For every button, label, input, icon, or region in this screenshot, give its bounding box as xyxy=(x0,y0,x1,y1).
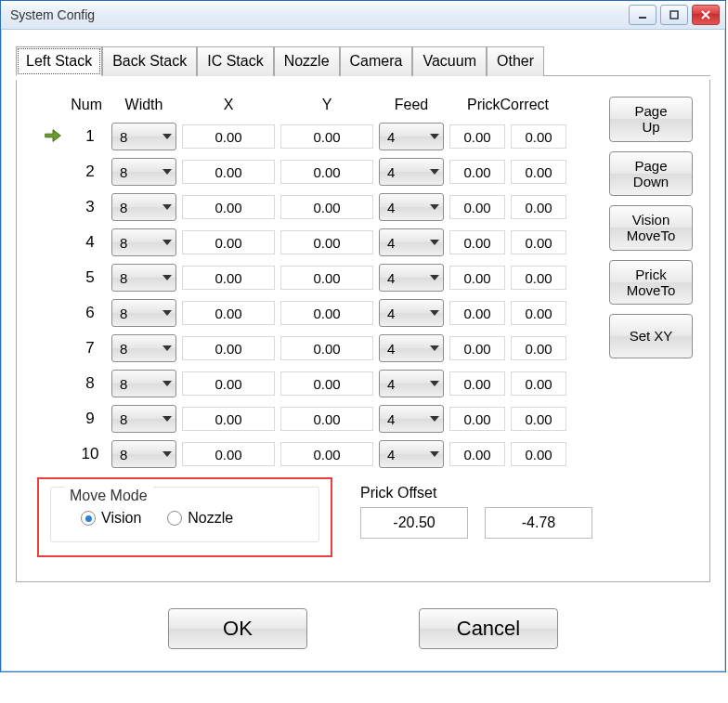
width-dropdown[interactable]: 8 xyxy=(111,299,176,327)
maximize-button[interactable] xyxy=(660,5,688,25)
x-input[interactable] xyxy=(182,124,275,149)
feed-dropdown[interactable]: 4 xyxy=(379,228,444,256)
table-row: 784 xyxy=(37,331,592,366)
tab-back-stack[interactable]: Back Stack xyxy=(102,46,197,76)
page-up-button[interactable]: Page Up xyxy=(609,97,693,142)
x-input[interactable] xyxy=(182,230,275,254)
prickcorrect1-input[interactable] xyxy=(449,230,505,254)
ok-button[interactable]: OK xyxy=(168,608,307,649)
width-dropdown[interactable]: 8 xyxy=(111,123,176,150)
y-input[interactable] xyxy=(280,336,373,360)
y-input[interactable] xyxy=(280,301,373,325)
chevron-down-icon xyxy=(430,169,439,175)
x-input[interactable] xyxy=(182,266,275,290)
col-width: Width xyxy=(111,97,176,113)
prickcorrect2-input[interactable] xyxy=(511,371,566,396)
feed-dropdown[interactable]: 4 xyxy=(379,158,444,186)
row-num: 7 xyxy=(74,339,106,358)
prickcorrect1-input[interactable] xyxy=(449,301,505,325)
window-system-config: System Config Left StackBack StackIC Sta… xyxy=(0,0,726,672)
tab-bar: Left StackBack StackIC StackNozzleCamera… xyxy=(16,46,710,76)
radio-vision[interactable]: Vision xyxy=(81,510,141,527)
minimize-button[interactable] xyxy=(629,5,656,25)
radio-nozzle[interactable]: Nozzle xyxy=(167,510,233,527)
move-mode-legend: Move Mode xyxy=(64,484,153,507)
prickcorrect2-input[interactable] xyxy=(511,230,566,254)
prick-offset-x-input[interactable] xyxy=(360,507,468,539)
row-num: 6 xyxy=(74,304,106,322)
feed-dropdown[interactable]: 4 xyxy=(379,334,444,362)
prickcorrect2-input[interactable] xyxy=(511,336,566,360)
prickcorrect2-input[interactable] xyxy=(511,442,566,466)
prickcorrect1-input[interactable] xyxy=(449,195,505,219)
tab-nozzle[interactable]: Nozzle xyxy=(274,46,340,76)
feed-dropdown[interactable]: 4 xyxy=(379,370,444,397)
tab-ic-stack[interactable]: IC Stack xyxy=(197,46,273,76)
width-dropdown[interactable]: 8 xyxy=(111,193,176,221)
cancel-button[interactable]: Cancel xyxy=(419,608,558,649)
y-input[interactable] xyxy=(280,442,373,466)
feed-dropdown[interactable]: 4 xyxy=(379,193,444,221)
prickcorrect1-input[interactable] xyxy=(449,442,505,466)
x-input[interactable] xyxy=(182,442,275,466)
tab-other[interactable]: Other xyxy=(487,46,544,76)
prick-offset-y-input[interactable] xyxy=(485,507,592,539)
width-dropdown[interactable]: 8 xyxy=(111,440,176,468)
y-input[interactable] xyxy=(280,195,373,219)
x-input[interactable] xyxy=(182,371,275,396)
radio-dot-icon xyxy=(81,511,96,526)
y-input[interactable] xyxy=(280,407,373,431)
width-dropdown[interactable]: 8 xyxy=(111,228,176,256)
feed-dropdown[interactable]: 4 xyxy=(379,405,444,433)
prick-moveto-button[interactable]: Prick MoveTo xyxy=(609,260,693,306)
prickcorrect2-input[interactable] xyxy=(511,124,566,149)
chevron-down-icon xyxy=(430,204,439,210)
x-input[interactable] xyxy=(182,195,275,219)
vision-moveto-button[interactable]: Vision MoveTo xyxy=(609,205,693,251)
prickcorrect2-input[interactable] xyxy=(511,301,566,325)
move-mode-group: Move Mode Vision Nozzle xyxy=(50,487,319,542)
width-dropdown[interactable]: 8 xyxy=(111,370,176,397)
chevron-down-icon xyxy=(430,416,439,422)
prickcorrect2-input[interactable] xyxy=(511,160,566,184)
feed-dropdown[interactable]: 4 xyxy=(379,264,444,292)
width-dropdown[interactable]: 8 xyxy=(111,405,176,433)
x-input[interactable] xyxy=(182,336,275,360)
close-button[interactable] xyxy=(692,5,720,25)
chevron-down-icon xyxy=(430,275,439,280)
y-input[interactable] xyxy=(280,266,373,290)
width-dropdown[interactable]: 8 xyxy=(111,264,176,292)
prickcorrect1-input[interactable] xyxy=(449,266,505,290)
y-input[interactable] xyxy=(280,160,373,184)
tab-left-stack[interactable]: Left Stack xyxy=(16,46,102,76)
y-input[interactable] xyxy=(280,124,373,149)
row-num: 1 xyxy=(74,127,106,146)
feed-dropdown[interactable]: 4 xyxy=(379,440,444,468)
feed-dropdown[interactable]: 4 xyxy=(379,123,444,150)
chevron-down-icon xyxy=(162,381,172,386)
prickcorrect1-input[interactable] xyxy=(449,336,505,360)
set-xy-button[interactable]: Set XY xyxy=(609,314,693,358)
x-input[interactable] xyxy=(182,407,275,431)
x-input[interactable] xyxy=(182,160,275,184)
chevron-down-icon xyxy=(430,310,439,316)
width-dropdown[interactable]: 8 xyxy=(111,158,176,186)
tab-camera[interactable]: Camera xyxy=(340,46,413,76)
prickcorrect1-input[interactable] xyxy=(449,124,505,149)
width-dropdown[interactable]: 8 xyxy=(111,334,176,362)
prickcorrect2-input[interactable] xyxy=(511,195,566,219)
feed-dropdown[interactable]: 4 xyxy=(379,299,444,327)
table-row: 884 xyxy=(37,366,592,401)
table-row: 984 xyxy=(37,401,592,436)
y-input[interactable] xyxy=(280,371,373,396)
x-input[interactable] xyxy=(182,301,275,325)
y-input[interactable] xyxy=(280,230,373,254)
prickcorrect1-input[interactable] xyxy=(449,160,505,184)
table-row: 684 xyxy=(37,295,592,331)
prickcorrect1-input[interactable] xyxy=(449,407,505,431)
prickcorrect2-input[interactable] xyxy=(511,266,566,290)
tab-vacuum[interactable]: Vacuum xyxy=(412,46,487,76)
page-down-button[interactable]: Page Down xyxy=(609,151,693,197)
prickcorrect2-input[interactable] xyxy=(511,407,566,431)
prickcorrect1-input[interactable] xyxy=(449,371,505,396)
